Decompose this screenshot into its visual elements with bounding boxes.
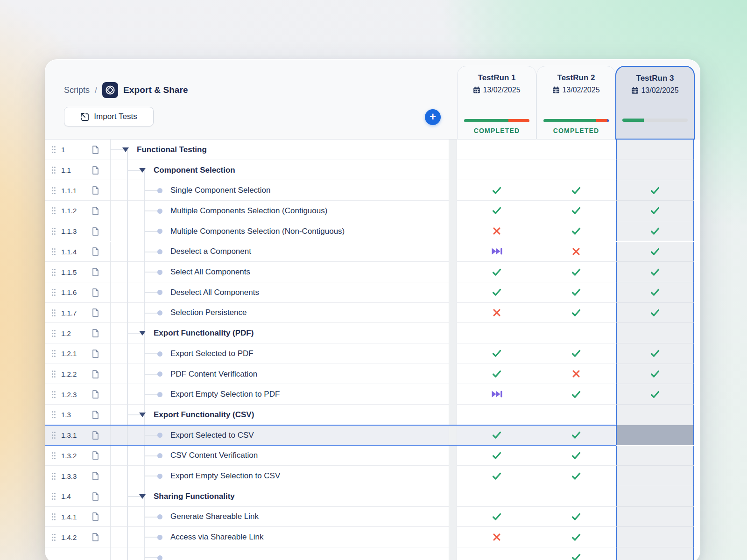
open-script-button[interactable]: [92, 227, 99, 236]
document-icon[interactable]: [92, 166, 99, 175]
document-icon[interactable]: [92, 431, 99, 440]
result-cell[interactable]: [536, 221, 616, 242]
result-cell[interactable]: [536, 180, 616, 201]
collapse-triangle-icon[interactable]: [139, 168, 146, 173]
drag-handle-icon[interactable]: [51, 513, 56, 521]
drag-handle-icon[interactable]: [51, 288, 56, 296]
result-cell[interactable]: [457, 282, 536, 303]
open-script-button[interactable]: [92, 472, 99, 480]
drag-handle[interactable]: [51, 166, 56, 174]
drag-handle[interactable]: [51, 268, 56, 276]
result-cell[interactable]: [616, 160, 694, 181]
open-script-button[interactable]: [92, 370, 99, 378]
result-cell[interactable]: [457, 323, 536, 343]
collapse-triangle-icon[interactable]: [122, 147, 129, 152]
result-cell[interactable]: [457, 180, 536, 201]
collapse-triangle-icon[interactable]: [139, 413, 146, 417]
drag-handle[interactable]: [51, 329, 56, 337]
drag-handle-icon[interactable]: [51, 329, 56, 337]
test-group-row[interactable]: 1Functional Testing: [45, 140, 700, 160]
result-cell[interactable]: [536, 384, 616, 405]
collapse-triangle-icon[interactable]: [139, 494, 146, 499]
document-icon[interactable]: [92, 472, 99, 480]
open-script-button[interactable]: [92, 186, 99, 195]
open-script-button[interactable]: [92, 411, 99, 419]
result-cell[interactable]: [616, 364, 694, 385]
result-cell[interactable]: [616, 446, 694, 466]
drag-handle[interactable]: [51, 431, 56, 439]
document-icon[interactable]: [92, 288, 99, 297]
result-cell[interactable]: [457, 384, 536, 405]
result-cell[interactable]: [536, 242, 616, 262]
result-cell[interactable]: [457, 527, 536, 547]
open-script-button[interactable]: [92, 350, 99, 358]
drag-handle-icon[interactable]: [51, 472, 56, 480]
testrun-column-header[interactable]: TestRun 313/02/2025: [615, 66, 695, 140]
open-script-button[interactable]: [92, 288, 99, 297]
drag-handle-icon[interactable]: [51, 411, 56, 419]
drag-handle-icon[interactable]: [51, 227, 56, 235]
drag-handle-icon[interactable]: [51, 309, 56, 317]
result-cell[interactable]: [616, 425, 694, 446]
result-cell[interactable]: [616, 547, 694, 560]
drag-handle-icon[interactable]: [51, 350, 56, 357]
drag-handle-icon[interactable]: [51, 391, 56, 399]
result-cell[interactable]: [536, 323, 616, 343]
result-cell[interactable]: [616, 282, 694, 303]
result-cell[interactable]: [536, 547, 616, 560]
result-cell[interactable]: [536, 303, 616, 323]
result-cell[interactable]: [616, 323, 694, 343]
document-icon[interactable]: [92, 492, 99, 501]
result-cell[interactable]: [457, 364, 536, 385]
result-cell[interactable]: [536, 425, 616, 446]
document-icon[interactable]: [92, 207, 99, 215]
drag-handle[interactable]: [51, 207, 56, 215]
testrun-column-header[interactable]: TestRun 213/02/2025COMPLETED: [536, 66, 616, 140]
result-cell[interactable]: [536, 486, 616, 507]
document-icon[interactable]: [92, 370, 99, 378]
result-cell[interactable]: [457, 262, 536, 282]
drag-handle-icon[interactable]: [51, 187, 56, 195]
open-script-button[interactable]: [92, 492, 99, 501]
result-cell[interactable]: [616, 242, 694, 262]
result-cell[interactable]: [536, 405, 616, 425]
testrun-column-header[interactable]: TestRun 113/02/2025COMPLETED: [457, 66, 536, 140]
drag-handle-icon[interactable]: [51, 492, 56, 500]
document-icon[interactable]: [92, 329, 99, 337]
document-icon[interactable]: [92, 390, 99, 399]
result-cell[interactable]: [616, 405, 694, 425]
result-cell[interactable]: [536, 507, 616, 527]
result-cell[interactable]: [616, 303, 694, 323]
result-cell[interactable]: [616, 343, 694, 364]
drag-handle-icon[interactable]: [51, 452, 56, 460]
result-cell[interactable]: [457, 547, 536, 560]
drag-handle[interactable]: [51, 452, 56, 460]
drag-handle-icon[interactable]: [51, 146, 56, 154]
drag-handle-icon[interactable]: [51, 207, 56, 215]
drag-handle[interactable]: [51, 492, 56, 500]
open-script-button[interactable]: [92, 329, 99, 337]
result-cell[interactable]: [536, 364, 616, 385]
result-cell[interactable]: [616, 262, 694, 282]
drag-handle-icon[interactable]: [51, 166, 56, 174]
drag-handle-icon[interactable]: [51, 248, 56, 256]
drag-handle[interactable]: [51, 187, 56, 195]
drag-handle[interactable]: [51, 472, 56, 480]
drag-handle-icon[interactable]: [51, 533, 56, 541]
drag-handle[interactable]: [51, 411, 56, 419]
document-icon[interactable]: [92, 512, 99, 521]
drag-handle[interactable]: [51, 513, 56, 521]
result-cell[interactable]: [536, 262, 616, 282]
result-cell[interactable]: [457, 446, 536, 466]
drag-handle[interactable]: [51, 350, 56, 357]
result-cell[interactable]: [457, 466, 536, 486]
drag-handle[interactable]: [51, 309, 56, 317]
result-cell[interactable]: [616, 180, 694, 201]
document-icon[interactable]: [92, 227, 99, 236]
result-cell[interactable]: [616, 221, 694, 242]
document-icon[interactable]: [92, 533, 99, 541]
open-script-button[interactable]: [92, 533, 99, 541]
document-icon[interactable]: [92, 146, 99, 154]
open-script-button[interactable]: [92, 451, 99, 460]
open-script-button[interactable]: [92, 308, 99, 317]
